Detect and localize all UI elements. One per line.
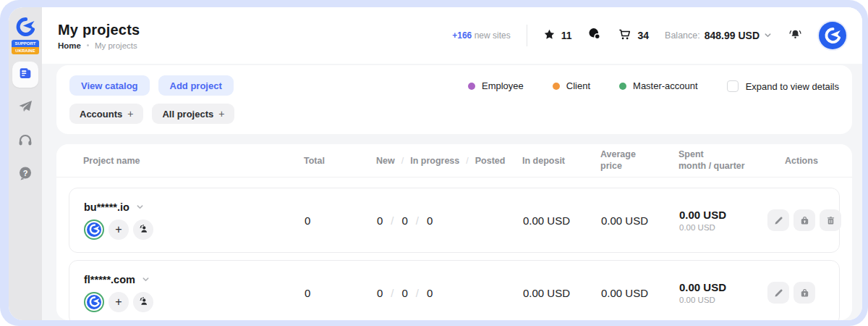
add-member-button[interactable]: + — [109, 292, 129, 312]
in-deposit-value: 0.00 USD — [523, 287, 601, 299]
topbar: My projects Home My projects +166 new si… — [42, 7, 862, 64]
spent-cell: 0.00 USD 0.00 USD — [679, 209, 767, 232]
col-spent: Spent month / quarter — [678, 149, 767, 172]
cart-button[interactable]: 34 — [618, 28, 649, 43]
sidebar-item-projects[interactable] — [12, 62, 38, 88]
spent-quarter: 0.00 USD — [679, 296, 767, 304]
table-rows: bu*****.io — [56, 177, 852, 320]
col-average-price: Average price — [600, 149, 678, 172]
deposit-icon — [799, 215, 810, 226]
transfer-project-button[interactable] — [133, 220, 153, 240]
balance-value: 848.99 USD — [705, 30, 760, 41]
edit-button[interactable] — [767, 282, 789, 304]
notifications-button[interactable] — [788, 27, 803, 45]
edit-button[interactable] — [767, 209, 789, 231]
client-dot — [553, 83, 560, 90]
sidebar-item-telegram[interactable] — [12, 95, 38, 121]
legend-master-account: Master-account — [619, 80, 698, 91]
account-avatar[interactable] — [819, 22, 846, 49]
table-row: fl*****.com — [69, 260, 840, 320]
new-sites-label: new sites — [475, 30, 511, 41]
breadcrumb-separator — [87, 44, 89, 46]
deposit-button[interactable] — [793, 209, 815, 231]
project-name-dropdown[interactable]: fl*****.com — [84, 274, 305, 285]
title-block: My projects Home My projects — [58, 22, 140, 50]
project-avatars: + — [84, 220, 305, 240]
expand-details-toggle[interactable]: Expand to view details — [727, 80, 839, 92]
average-price-value: 0.00 USD — [601, 214, 679, 227]
legend: Employee Client Master-account Expa — [468, 75, 839, 124]
telegram-icon — [17, 98, 34, 118]
pencil-icon — [773, 215, 784, 226]
favorites-button[interactable]: 11 — [543, 28, 572, 43]
content: View catalog Add project Accounts+ All p… — [42, 64, 862, 320]
balance-label: Balance: — [665, 30, 700, 41]
delete-button[interactable] — [820, 209, 841, 231]
expand-label: Expand to view details — [746, 81, 839, 92]
spent-month: 0.00 USD — [679, 281, 767, 293]
sidebar: SUPPORT UKRAINE — [9, 7, 42, 320]
deposit-icon — [799, 288, 810, 298]
main-area: My projects Home My projects +166 new si… — [42, 7, 862, 320]
average-price-value: 0.00 USD — [601, 287, 679, 299]
projects-filter[interactable]: All projects+ — [152, 104, 234, 124]
favorites-count: 11 — [561, 30, 572, 41]
master-account-avatar[interactable] — [85, 293, 103, 311]
project-cell: bu*****.io — [84, 201, 305, 240]
col-project-name: Project name — [83, 156, 304, 166]
projects-icon — [17, 65, 33, 84]
expand-checkbox[interactable] — [727, 80, 739, 92]
plus-icon: + — [218, 108, 224, 120]
project-name-dropdown[interactable]: bu*****.io — [84, 201, 305, 213]
transfer-project-button[interactable] — [133, 292, 153, 312]
col-actions: Actions — [767, 156, 825, 166]
brand-logo[interactable] — [14, 16, 36, 38]
status-values: 0 / 0 / 0 — [377, 287, 523, 299]
svg-text:?: ? — [23, 169, 28, 177]
page-title: My projects — [58, 22, 140, 38]
total-value: 0 — [305, 287, 377, 299]
cart-icon — [618, 28, 631, 43]
plus-icon: + — [127, 108, 133, 120]
table-header: Project name Total New / In progress / P… — [56, 144, 852, 177]
new-sites-count: +166 — [452, 30, 472, 41]
view-catalog-button[interactable]: View catalog — [69, 75, 150, 96]
row-actions — [767, 209, 841, 231]
pencil-icon — [773, 288, 784, 298]
transfer-person-icon — [137, 223, 150, 235]
breadcrumb-home[interactable]: Home — [58, 41, 81, 50]
spent-month: 0.00 USD — [679, 209, 767, 221]
breadcrumb-current: My projects — [95, 41, 137, 50]
sidebar-item-support[interactable] — [12, 128, 38, 154]
spent-quarter: 0.00 USD — [679, 223, 767, 232]
col-in-deposit: In deposit — [522, 156, 600, 166]
sidebar-nav: ? — [12, 62, 38, 188]
new-sites-link[interactable]: +166 new sites — [452, 30, 510, 41]
balance-dropdown[interactable]: Balance: 848.99 USD — [665, 29, 772, 42]
page-frame: SUPPORT UKRAINE — [0, 0, 868, 326]
add-member-button[interactable]: + — [109, 220, 129, 240]
chat-icon — [587, 27, 602, 44]
projects-table: Project name Total New / In progress / P… — [56, 144, 852, 320]
chevron-down-icon — [142, 275, 150, 283]
cart-count: 34 — [637, 30, 649, 41]
sidebar-item-help[interactable]: ? — [12, 162, 38, 188]
legend-employee: Employee — [468, 80, 524, 91]
col-statuses: New / In progress / Posted — [376, 156, 522, 166]
notifications-icon — [788, 27, 803, 45]
row-actions — [767, 282, 825, 304]
status-values: 0 / 0 / 0 — [377, 214, 523, 227]
breadcrumb: Home My projects — [58, 41, 140, 50]
help-icon: ? — [17, 164, 34, 185]
chat-button[interactable] — [587, 27, 602, 44]
table-row: bu*****.io — [69, 188, 840, 253]
deposit-button[interactable] — [793, 282, 815, 304]
employee-dot — [468, 83, 475, 90]
accounts-filter[interactable]: Accounts+ — [69, 104, 143, 124]
topbar-stats: +166 new sites 11 — [452, 22, 846, 49]
add-project-button[interactable]: Add project — [158, 75, 234, 96]
master-account-avatar[interactable] — [85, 221, 103, 238]
headphones-icon — [17, 131, 34, 151]
total-value: 0 — [305, 214, 377, 227]
chevron-down-icon — [764, 29, 772, 42]
